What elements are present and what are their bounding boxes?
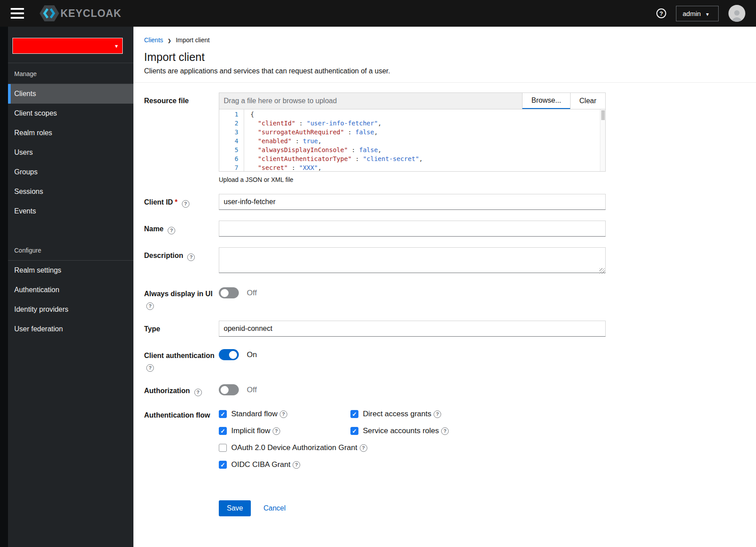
help-icon[interactable] — [656, 8, 666, 18]
file-drop-zone[interactable]: Drag a file here or browse to upload — [219, 93, 522, 109]
auth-flow-grid: Standard flowDirect access grantsImplici… — [219, 407, 606, 469]
type-input[interactable] — [219, 321, 606, 337]
realm-selector[interactable] — [12, 38, 123, 54]
scrollbar-thumb[interactable] — [601, 110, 605, 120]
sidebar-item-realm-roles[interactable]: Realm roles — [8, 123, 133, 143]
form-row-client-id: Client ID* — [144, 194, 745, 210]
form-row-description: Description — [144, 247, 745, 275]
keycloak-logo-icon — [39, 4, 60, 22]
question-circle-icon[interactable] — [293, 461, 300, 469]
editor-scrollbar[interactable] — [600, 109, 605, 171]
user-name: admin — [683, 10, 701, 17]
question-circle-icon[interactable] — [441, 427, 449, 435]
code-line: { — [250, 110, 605, 119]
question-circle-icon[interactable] — [360, 444, 367, 452]
question-circle-icon[interactable] — [146, 364, 154, 372]
upload-helper-text: Upload a JSON or XML file — [219, 176, 606, 183]
editor-gutter: 1234567 — [219, 109, 244, 171]
sidebar-item-sessions[interactable]: Sessions — [8, 182, 133, 201]
checkbox-checked-icon[interactable] — [219, 410, 227, 418]
description-textarea[interactable] — [219, 247, 606, 273]
breadcrumb-clients-link[interactable]: Clients — [144, 36, 163, 44]
checkbox-checked-icon[interactable] — [219, 427, 227, 435]
name-input[interactable] — [219, 221, 606, 237]
checkbox-checked-icon[interactable] — [350, 427, 358, 435]
brand-text: KEYCLOAK — [60, 8, 121, 20]
sidebar-item-events[interactable]: Events — [8, 201, 133, 221]
checkbox-oidc-ciba-grant[interactable]: OIDC CIBA Grant — [219, 460, 606, 469]
line-number: 6 — [219, 154, 238, 163]
nav-section-configure: ConfigureRealm settingsAuthenticationIde… — [8, 240, 133, 339]
checkbox-label: OAuth 2.0 Device Authorization Grant — [231, 443, 358, 452]
realm-name-redacted — [13, 38, 110, 53]
form-row-name: Name — [144, 221, 745, 237]
sidebar-item-realm-settings[interactable]: Realm settings — [8, 261, 133, 280]
authorization-label: Authorization — [144, 382, 219, 396]
client-id-label: Client ID* — [144, 194, 219, 210]
user-icon — [730, 8, 744, 22]
sidebar-item-users[interactable]: Users — [8, 143, 133, 162]
sidebar-item-client-scopes[interactable]: Client scopes — [8, 104, 133, 123]
sidebar-item-authentication[interactable]: Authentication — [8, 280, 133, 300]
description-label: Description — [144, 247, 219, 275]
nav-section-title: Configure — [8, 240, 133, 261]
form-row-type: Type — [144, 321, 745, 337]
form-actions-row: Save Cancel — [144, 480, 745, 516]
question-circle-icon[interactable] — [280, 410, 287, 418]
checkbox-label: Service accounts roles — [363, 426, 439, 435]
question-circle-icon[interactable] — [194, 389, 202, 396]
form-row-client-authentication: Client authentication On — [144, 347, 745, 372]
sidebar-item-groups[interactable]: Groups — [8, 162, 133, 182]
question-circle-icon[interactable] — [187, 253, 195, 261]
sidebar-item-user-federation[interactable]: User federation — [8, 319, 133, 339]
line-number: 3 — [219, 128, 238, 137]
checkbox-service-accounts-roles[interactable]: Service accounts roles — [350, 426, 606, 435]
checkbox-oauth-2-0-device-authorization-grant[interactable]: OAuth 2.0 Device Authorization Grant — [219, 443, 606, 452]
line-number: 1 — [219, 110, 238, 119]
resource-file-label: Resource file — [144, 93, 219, 183]
always-display-toggle[interactable] — [219, 287, 239, 298]
question-circle-icon[interactable] — [273, 427, 280, 435]
editor-code[interactable]: { "clientId" : "user-info-fetcher", "sur… — [244, 109, 605, 171]
client-authentication-toggle[interactable] — [219, 349, 239, 360]
keycloak-logo: KEYCLOAK — [39, 4, 121, 22]
breadcrumb-chevron-icon — [168, 36, 171, 44]
checkbox-checked-icon[interactable] — [350, 410, 358, 418]
sidebar-item-identity-providers[interactable]: Identity providers — [8, 300, 133, 319]
form-row-always-display: Always display in UI Off — [144, 286, 745, 310]
hamburger-menu-icon[interactable] — [11, 8, 24, 19]
breadcrumb: Clients Import client — [144, 36, 745, 44]
browse-button[interactable]: Browse... — [522, 93, 570, 109]
sidebar-nav: ManageClientsClient scopesRealm rolesUse… — [8, 63, 133, 339]
code-line: "secret" : "XXX", — [250, 163, 605, 171]
save-button[interactable]: Save — [219, 500, 251, 516]
question-circle-icon[interactable] — [182, 200, 189, 208]
file-drop-placeholder: Drag a file here or browse to upload — [224, 97, 337, 105]
checkbox-label: Direct access grants — [363, 410, 431, 418]
question-circle-icon[interactable] — [434, 410, 441, 418]
authorization-toggle[interactable] — [219, 384, 239, 395]
checkbox-label: OIDC CIBA Grant — [231, 460, 290, 469]
question-circle-icon[interactable] — [168, 227, 175, 234]
file-upload-control: Drag a file here or browse to upload Bro… — [219, 93, 606, 172]
client-id-input[interactable] — [219, 194, 606, 210]
code-editor[interactable]: 1234567 { "clientId" : "user-info-fetche… — [219, 109, 605, 171]
breadcrumb-current: Import client — [176, 36, 209, 44]
checkbox-direct-access-grants[interactable]: Direct access grants — [350, 410, 606, 418]
question-circle-icon[interactable] — [146, 302, 154, 310]
user-menu-dropdown[interactable]: admin — [676, 6, 719, 21]
checkbox-checked-icon[interactable] — [219, 461, 227, 469]
checkbox-implicit-flow[interactable]: Implicit flow — [219, 426, 350, 435]
code-line: "surrogateAuthRequired" : false, — [250, 128, 605, 137]
authentication-flow-label: Authentication flow — [144, 407, 219, 469]
line-number: 7 — [219, 163, 238, 171]
checkbox-unchecked-icon[interactable] — [219, 444, 227, 452]
sidebar-item-clients[interactable]: Clients — [8, 84, 133, 104]
cancel-button[interactable]: Cancel — [263, 504, 286, 512]
clear-button[interactable]: Clear — [570, 93, 605, 109]
checkbox-label: Implicit flow — [231, 426, 270, 435]
avatar[interactable] — [728, 5, 745, 22]
form-row-authentication-flow: Authentication flow Standard flowDirect … — [144, 407, 745, 469]
checkbox-standard-flow[interactable]: Standard flow — [219, 410, 350, 418]
sidebar: ManageClientsClient scopesRealm rolesUse… — [0, 27, 133, 547]
